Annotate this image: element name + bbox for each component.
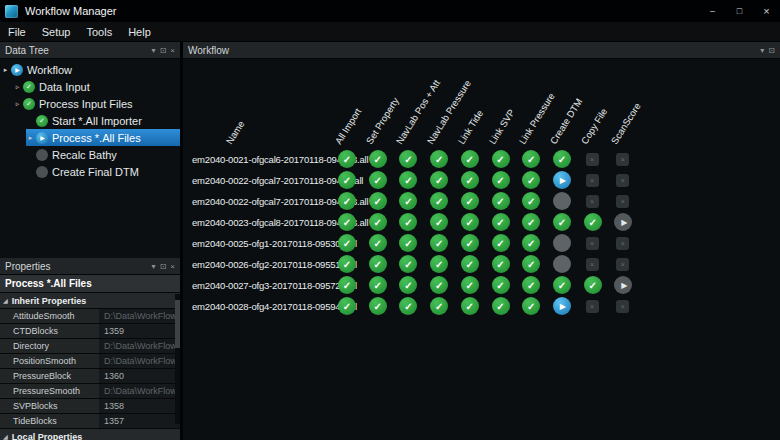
tree-item-process-input-files[interactable]: ▹ ✓ Process Input Files xyxy=(0,95,180,112)
status-play-icon[interactable]: ▶ xyxy=(553,297,571,315)
status-check-icon[interactable]: ✓ xyxy=(522,171,540,189)
status-check-icon[interactable]: ✓ xyxy=(369,297,387,315)
status-check-icon[interactable]: ✓ xyxy=(492,297,510,315)
status-check-icon[interactable]: ✓ xyxy=(399,255,417,273)
status-pending-icon[interactable] xyxy=(553,234,571,252)
chevron-down-icon[interactable]: ▾ xyxy=(152,262,156,271)
status-check-icon[interactable]: ✓ xyxy=(369,276,387,294)
status-check-icon[interactable]: ✓ xyxy=(522,213,540,231)
status-check-icon[interactable]: ✓ xyxy=(430,255,448,273)
status-check-icon[interactable]: ✓ xyxy=(522,297,540,315)
pin-icon[interactable]: ⊡ xyxy=(160,46,167,55)
property-value[interactable]: D:\Data\WorkFlowManag xyxy=(99,384,180,398)
property-value[interactable]: 1357 xyxy=(99,414,180,428)
tree-item-data-input[interactable]: ▹ ✓ Data Input xyxy=(0,78,180,95)
file-name[interactable]: em2040-0027-ofg3-20170118-095729.all xyxy=(192,280,357,291)
status-check-icon[interactable]: ✓ xyxy=(461,276,479,294)
status-check-icon[interactable]: ✓ xyxy=(338,276,356,294)
status-check-icon[interactable]: ✓ xyxy=(553,213,571,231)
tree-item-create-final-dtm[interactable]: Create Final DTM xyxy=(0,163,180,180)
tree-item-process-all-files[interactable]: ▸ ▶ Process *.All Files xyxy=(26,129,180,146)
tree-item-workflow[interactable]: ▸ ▶ Workflow xyxy=(0,61,180,78)
section-inherit-properties[interactable]: ◢ Inherit Properties xyxy=(0,293,180,309)
status-check-icon[interactable]: ✓ xyxy=(461,192,479,210)
status-check-icon[interactable]: ✓ xyxy=(430,276,448,294)
status-check-icon[interactable]: ✓ xyxy=(522,234,540,252)
property-row-pressuresmooth[interactable]: PressureSmooth D:\Data\WorkFlowManag xyxy=(0,384,180,399)
file-name[interactable]: em2040-0025-ofg1-20170118-095300.all xyxy=(192,238,357,249)
status-check-icon[interactable]: ✓ xyxy=(399,213,417,231)
status-dim-icon[interactable]: × xyxy=(616,237,629,250)
status-check-icon[interactable]: ✓ xyxy=(461,150,479,168)
status-check-icon[interactable]: ✓ xyxy=(430,234,448,252)
status-check-icon[interactable]: ✓ xyxy=(553,276,571,294)
status-dim-icon[interactable]: × xyxy=(616,300,629,313)
status-dim-icon[interactable]: × xyxy=(586,237,599,250)
property-value[interactable]: D:\Data\WorkFlowManag xyxy=(99,309,180,323)
property-row-tideblocks[interactable]: TideBlocks 1357 xyxy=(0,414,180,429)
status-check-icon[interactable]: ✓ xyxy=(492,255,510,273)
status-check-icon[interactable]: ✓ xyxy=(338,297,356,315)
section-local-properties[interactable]: ◢ Local Properties xyxy=(0,429,180,440)
pin-icon[interactable]: ⊡ xyxy=(160,262,167,271)
status-check-icon[interactable]: ✓ xyxy=(461,171,479,189)
status-check-icon[interactable]: ✓ xyxy=(461,255,479,273)
status-check-icon[interactable]: ✓ xyxy=(584,276,602,294)
status-check-icon[interactable]: ✓ xyxy=(369,150,387,168)
chevron-down-icon[interactable]: ▾ xyxy=(760,46,764,55)
status-check-icon[interactable]: ✓ xyxy=(399,150,417,168)
tree-expander-icon[interactable]: ▹ xyxy=(13,83,22,91)
status-dim-icon[interactable]: × xyxy=(586,174,599,187)
status-check-icon[interactable]: ✓ xyxy=(369,171,387,189)
status-check-icon[interactable]: ✓ xyxy=(338,150,356,168)
properties-scrollbar[interactable] xyxy=(175,294,180,424)
status-dim-icon[interactable]: × xyxy=(586,153,599,166)
tree-expander-icon[interactable]: ▸ xyxy=(26,134,35,142)
status-check-icon[interactable]: ✓ xyxy=(399,171,417,189)
status-check-icon[interactable]: ✓ xyxy=(492,213,510,231)
tree-expander-icon[interactable]: ▹ xyxy=(13,100,22,108)
tree-item-start-all-importer[interactable]: ✓ Start *.All Importer xyxy=(0,112,180,129)
menu-item-help[interactable]: Help xyxy=(120,22,159,41)
status-check-icon[interactable]: ✓ xyxy=(492,150,510,168)
scrollbar-thumb[interactable] xyxy=(175,300,180,348)
close-icon[interactable]: × xyxy=(170,262,175,271)
status-check-icon[interactable]: ✓ xyxy=(369,213,387,231)
status-check-icon[interactable]: ✓ xyxy=(338,171,356,189)
tree-expander-icon[interactable]: ▸ xyxy=(1,66,10,74)
status-grayplay-icon[interactable]: ▶ xyxy=(614,213,632,231)
status-dim-icon[interactable]: × xyxy=(586,300,599,313)
status-check-icon[interactable]: ✓ xyxy=(399,276,417,294)
property-value[interactable]: 1358 xyxy=(99,399,180,413)
file-name[interactable]: em2040-0028-ofg4-20170118-095943.all xyxy=(192,301,357,312)
status-check-icon[interactable]: ✓ xyxy=(461,234,479,252)
pin-icon[interactable]: ⊡ xyxy=(768,46,775,55)
status-play-icon[interactable]: ▶ xyxy=(553,171,571,189)
status-check-icon[interactable]: ✓ xyxy=(369,255,387,273)
tree-item-recalc-bathy[interactable]: Recalc Bathy xyxy=(0,146,180,163)
chevron-down-icon[interactable]: ▾ xyxy=(152,46,156,55)
status-pending-icon[interactable] xyxy=(553,192,571,210)
status-grayplay-icon[interactable]: ▶ xyxy=(614,276,632,294)
status-dim-icon[interactable]: × xyxy=(616,174,629,187)
status-check-icon[interactable]: ✓ xyxy=(522,150,540,168)
status-check-icon[interactable]: ✓ xyxy=(461,213,479,231)
status-check-icon[interactable]: ✓ xyxy=(492,276,510,294)
status-check-icon[interactable]: ✓ xyxy=(492,171,510,189)
menu-item-file[interactable]: File xyxy=(0,22,34,41)
property-row-attitudesmooth[interactable]: AttitudeSmooth D:\Data\WorkFlowManag xyxy=(0,309,180,324)
status-check-icon[interactable]: ✓ xyxy=(338,213,356,231)
section-collapse-icon[interactable]: ◢ xyxy=(3,297,8,304)
status-dim-icon[interactable]: × xyxy=(586,195,599,208)
status-check-icon[interactable]: ✓ xyxy=(492,192,510,210)
close-button[interactable]: × xyxy=(753,0,780,22)
status-check-icon[interactable]: ✓ xyxy=(522,255,540,273)
property-row-pressureblock[interactable]: PressureBlock 1360 xyxy=(0,369,180,384)
close-icon[interactable]: × xyxy=(170,46,175,55)
status-check-icon[interactable]: ✓ xyxy=(430,192,448,210)
status-check-icon[interactable]: ✓ xyxy=(553,150,571,168)
status-check-icon[interactable]: ✓ xyxy=(492,234,510,252)
menu-item-setup[interactable]: Setup xyxy=(34,22,79,41)
property-value[interactable]: 1359 xyxy=(99,324,180,338)
status-check-icon[interactable]: ✓ xyxy=(338,234,356,252)
